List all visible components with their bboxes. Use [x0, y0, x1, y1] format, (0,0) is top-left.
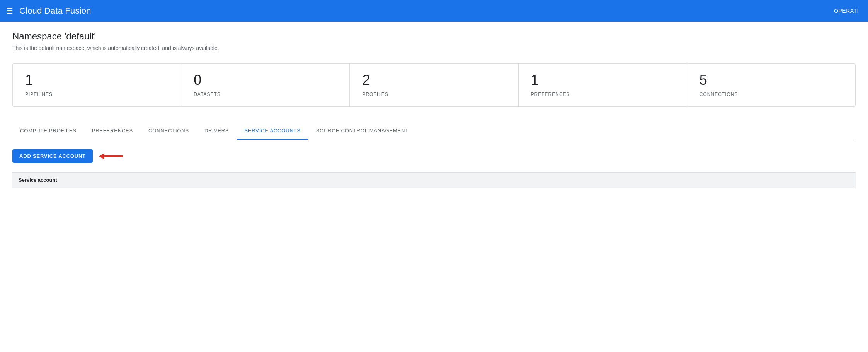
namespace-description: This is the default namespace, which is … — [12, 45, 856, 51]
namespace-title: Namespace 'default' — [12, 31, 856, 42]
app-header: ☰ Cloud Data Fusion OPERATI — [0, 0, 868, 22]
arrow-indicator — [99, 153, 123, 159]
arrow-shaft — [104, 155, 123, 157]
stat-label-2: PROFILES — [362, 92, 505, 97]
header-right-label: OPERATI — [834, 8, 859, 14]
stat-label-1: DATASETS — [194, 92, 337, 97]
stat-card-preferences[interactable]: 1PREFERENCES — [518, 63, 687, 107]
stat-card-datasets[interactable]: 0DATASETS — [181, 63, 349, 107]
add-service-account-button[interactable]: ADD SERVICE ACCOUNT — [12, 149, 93, 163]
stat-number-1: 0 — [194, 73, 337, 87]
tab-preferences[interactable]: PREFERENCES — [84, 122, 141, 140]
stat-number-0: 1 — [25, 73, 168, 87]
arrow-head-icon — [99, 153, 104, 159]
stat-label-4: CONNECTIONS — [700, 92, 843, 97]
tab-drivers[interactable]: DRIVERS — [197, 122, 237, 140]
add-button-row: ADD SERVICE ACCOUNT — [12, 149, 856, 163]
tab-connections[interactable]: CONNECTIONS — [141, 122, 197, 140]
stat-card-pipelines[interactable]: 1PIPELINES — [12, 63, 181, 107]
tab-source-control[interactable]: SOURCE CONTROL MANAGEMENT — [308, 122, 416, 140]
tab-compute-profiles[interactable]: COMPUTE PROFILES — [12, 122, 84, 140]
table-header: Service account — [12, 172, 856, 188]
table-header-label: Service account — [19, 177, 57, 183]
tabs-container: COMPUTE PROFILESPREFERENCESCONNECTIONSDR… — [12, 122, 856, 140]
stat-card-profiles[interactable]: 2PROFILES — [349, 63, 518, 107]
stat-card-connections[interactable]: 5CONNECTIONS — [687, 63, 856, 107]
stat-number-4: 5 — [700, 73, 843, 87]
main-content: Namespace 'default' This is the default … — [0, 22, 868, 352]
content-area: ADD SERVICE ACCOUNT Service account — [12, 140, 856, 197]
stats-row: 1PIPELINES0DATASETS2PROFILES1PREFERENCES… — [12, 63, 856, 107]
stat-number-2: 2 — [362, 73, 505, 87]
stat-number-3: 1 — [531, 73, 674, 87]
tab-service-accounts[interactable]: SERVICE ACCOUNTS — [237, 122, 308, 140]
menu-icon[interactable]: ☰ — [6, 6, 13, 15]
stat-label-0: PIPELINES — [25, 92, 168, 97]
app-title: Cloud Data Fusion — [19, 6, 91, 16]
stat-label-3: PREFERENCES — [531, 92, 674, 97]
